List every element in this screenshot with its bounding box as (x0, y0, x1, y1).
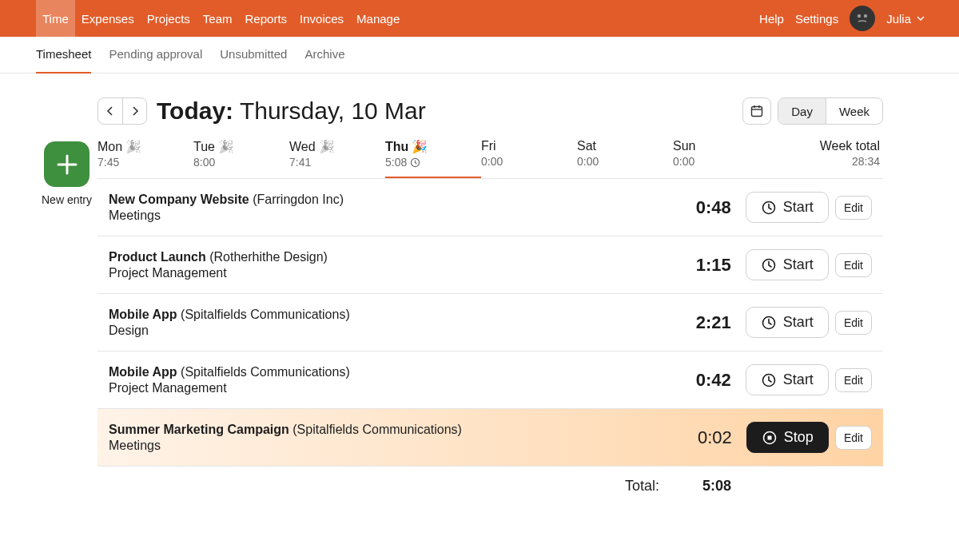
start-button[interactable]: Start (746, 307, 829, 338)
date-header: Today: Thursday, 10 Mar Day Week (97, 97, 883, 125)
nav-invoices[interactable]: Invoices (293, 0, 350, 37)
time-entry: New Company Website (Farringdon Inc)Meet… (97, 179, 883, 236)
day-time: 7:45 (97, 156, 193, 169)
day-time: 0:00 (481, 155, 577, 168)
day-sun[interactable]: Sun0:00 (673, 139, 769, 178)
start-button[interactable]: Start (746, 192, 829, 223)
day-label: Fri (481, 139, 577, 153)
entry-title: Summer Marketing Campaign (Spitalfields … (109, 423, 684, 437)
nav-projects[interactable]: Projects (141, 0, 197, 37)
nav-manage[interactable]: Manage (350, 0, 406, 37)
tab-archive[interactable]: Archive (304, 37, 344, 73)
entry-info: Mobile App (Spitalfields Communications)… (109, 308, 683, 338)
week-strip: Mon🎉7:45Tue🎉8:00Wed🎉7:41Thu🎉5:08Fri0:00S… (97, 139, 883, 179)
start-button[interactable]: Start (746, 364, 829, 395)
plus-icon (54, 151, 81, 178)
stop-icon (762, 430, 778, 446)
day-wed[interactable]: Wed🎉7:41 (289, 139, 385, 178)
day-fri[interactable]: Fri0:00 (481, 139, 577, 178)
nav-expenses[interactable]: Expenses (75, 0, 141, 37)
chevron-left-icon (105, 105, 116, 117)
date-nav (97, 97, 147, 125)
entry-info: Summer Marketing Campaign (Spitalfields … (109, 423, 684, 453)
start-button[interactable]: Start (746, 249, 829, 280)
edit-button[interactable]: Edit (835, 368, 872, 392)
view-toggle: Day Week (778, 97, 883, 125)
total-label: Total: (625, 478, 659, 494)
stop-button[interactable]: Stop (746, 422, 829, 453)
clock-icon (761, 257, 777, 273)
tab-unsubmitted[interactable]: Unsubmitted (220, 37, 287, 73)
page-title: Today: Thursday, 10 Mar (157, 97, 426, 125)
edit-button[interactable]: Edit (835, 196, 872, 220)
svg-point-1 (864, 14, 867, 18)
top-nav: TimeExpensesProjectsTeamReportsInvoicesM… (0, 0, 959, 37)
time-entry: Product Launch (Rotherhithe Design)Proje… (97, 236, 883, 294)
prev-day-button[interactable] (98, 98, 122, 124)
date-text: Thursday, 10 Mar (240, 97, 426, 124)
calendar-button[interactable] (742, 97, 771, 125)
view-day[interactable]: Day (778, 98, 826, 124)
view-week[interactable]: Week (826, 98, 882, 124)
time-entry: Mobile App (Spitalfields Communications)… (97, 294, 883, 351)
new-entry: New entry (36, 141, 97, 206)
confetti-icon: 🎉 (319, 139, 335, 154)
entry-title: Mobile App (Spitalfields Communications) (109, 365, 683, 379)
nav-team[interactable]: Team (197, 0, 239, 37)
entry-duration: 2:21 (683, 312, 731, 333)
clock-icon (761, 315, 777, 331)
edit-button[interactable]: Edit (835, 426, 872, 450)
content: Today: Thursday, 10 Mar Day Week Mon🎉7:4… (97, 97, 883, 494)
entry-duration: 1:15 (683, 255, 731, 276)
day-label: Thu🎉 (385, 139, 481, 154)
svg-point-0 (858, 14, 861, 18)
new-entry-label: New entry (42, 193, 92, 206)
chevron-down-icon (916, 14, 925, 23)
svg-rect-12 (767, 435, 771, 439)
entry-duration: 0:42 (683, 370, 731, 391)
week-total-value: 28:34 (820, 155, 880, 168)
user-menu[interactable]: Julia (886, 12, 925, 26)
left-column: New entry (36, 97, 97, 494)
tab-timesheet[interactable]: Timesheet (36, 37, 91, 73)
day-tue[interactable]: Tue🎉8:00 (193, 139, 289, 178)
day-time: 0:00 (673, 155, 769, 168)
edit-button[interactable]: Edit (835, 311, 872, 335)
edit-button[interactable]: Edit (835, 253, 872, 277)
day-thu[interactable]: Thu🎉5:08 (385, 139, 481, 178)
day-time: 7:41 (289, 156, 385, 169)
nav-time[interactable]: Time (36, 0, 75, 37)
confetti-icon: 🎉 (218, 139, 234, 154)
calendar-icon (750, 104, 764, 118)
entry-duration: 0:48 (683, 197, 731, 218)
nav-settings[interactable]: Settings (795, 12, 838, 26)
entry-task: Meetings (109, 439, 684, 453)
tab-pending-approval[interactable]: Pending approval (109, 37, 202, 73)
day-sat[interactable]: Sat0:00 (577, 139, 673, 178)
day-label: Sat (577, 139, 673, 153)
nav-help[interactable]: Help (759, 12, 784, 26)
entry-task: Design (109, 324, 683, 338)
time-entry: Summer Marketing Campaign (Spitalfields … (97, 409, 883, 467)
day-label: Wed🎉 (289, 139, 385, 154)
entry-title: New Company Website (Farringdon Inc) (109, 193, 683, 207)
svg-rect-2 (752, 107, 762, 117)
day-time: 8:00 (193, 156, 289, 169)
entry-title: Product Launch (Rotherhithe Design) (109, 250, 683, 264)
clock-icon (410, 157, 420, 168)
next-day-button[interactable] (122, 98, 146, 124)
main: New entry Today: Thursday, 10 Mar (0, 73, 959, 494)
new-entry-button[interactable] (44, 141, 90, 187)
entry-duration: 0:02 (684, 427, 732, 448)
day-time: 5:08 (385, 156, 481, 169)
nav-reports[interactable]: Reports (239, 0, 294, 37)
confetti-icon: 🎉 (412, 139, 428, 154)
avatar[interactable] (850, 6, 875, 31)
day-time: 0:00 (577, 155, 673, 168)
day-label: Mon🎉 (97, 139, 193, 154)
day-mon[interactable]: Mon🎉7:45 (97, 139, 193, 178)
chevron-right-icon (129, 105, 141, 117)
today-label: Today: (157, 97, 233, 124)
top-nav-left: TimeExpensesProjectsTeamReportsInvoicesM… (36, 0, 406, 37)
username: Julia (886, 12, 911, 26)
